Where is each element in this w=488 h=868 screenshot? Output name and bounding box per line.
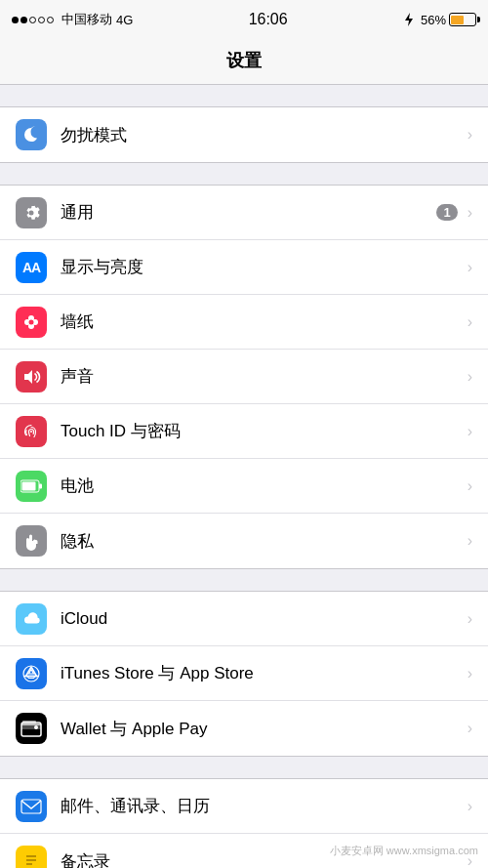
charging-icon bbox=[403, 13, 415, 26]
wallpaper-icon bbox=[16, 307, 47, 338]
icloud-icon bbox=[16, 603, 47, 635]
wallet-icon bbox=[16, 713, 47, 744]
battery-indicator: 56% bbox=[421, 13, 476, 27]
wallpaper-label: 墙纸 bbox=[61, 310, 464, 333]
row-display[interactable]: AA 显示与亮度 › bbox=[0, 240, 488, 295]
svg-point-14 bbox=[34, 725, 38, 729]
signal-dot-2 bbox=[20, 17, 27, 23]
signal-dot-4 bbox=[38, 17, 45, 23]
nav-bar: 设置 bbox=[0, 39, 488, 85]
status-left: 中国移动 4G bbox=[12, 11, 133, 28]
icloud-label: iCloud bbox=[61, 609, 464, 629]
section-dnd-group: 勿扰模式 › bbox=[0, 106, 488, 163]
general-badge: 1 bbox=[436, 204, 457, 221]
section-system: 通用 1 › AA 显示与亮度 › 墙纸 › bbox=[0, 185, 488, 569]
icloud-chevron: › bbox=[468, 610, 472, 628]
battery-percent: 56% bbox=[421, 13, 446, 27]
itunes-chevron: › bbox=[468, 665, 472, 682]
battery-row-icon bbox=[16, 471, 47, 502]
section-apple-group: iCloud › iTunes Store 与 App Store › bbox=[0, 591, 488, 757]
network-type: 4G bbox=[116, 13, 133, 27]
battery-label: 电池 bbox=[61, 475, 464, 497]
svg-point-7 bbox=[30, 431, 32, 433]
hand-svg bbox=[21, 530, 41, 552]
itunes-label: iTunes Store 与 App Store bbox=[61, 662, 464, 684]
privacy-chevron: › bbox=[468, 532, 472, 550]
status-right: 56% bbox=[403, 13, 476, 27]
watermark-text: 小麦安卓网 www.xmsigma.com bbox=[330, 845, 478, 856]
svg-rect-16 bbox=[21, 800, 41, 813]
display-label: 显示与亮度 bbox=[61, 256, 464, 278]
row-wallet[interactable]: Wallet 与 Apple Pay › bbox=[0, 701, 488, 756]
general-icon bbox=[16, 197, 47, 228]
general-label: 通用 bbox=[61, 201, 436, 224]
signal-dot-5 bbox=[47, 17, 54, 23]
svg-marker-6 bbox=[24, 370, 32, 384]
signal-dot-3 bbox=[29, 17, 36, 23]
gear-svg bbox=[21, 203, 41, 223]
watermark: 小麦安卓网 www.xmsigma.com bbox=[330, 844, 478, 858]
privacy-icon bbox=[16, 525, 47, 557]
status-time: 16:06 bbox=[249, 11, 288, 28]
row-wallpaper[interactable]: 墙纸 › bbox=[0, 295, 488, 350]
wallet-chevron: › bbox=[468, 720, 472, 737]
dnd-label: 勿扰模式 bbox=[61, 124, 464, 146]
status-bar: 中国移动 4G 16:06 56% bbox=[0, 0, 488, 39]
flower-svg bbox=[20, 311, 42, 333]
notes-svg bbox=[21, 851, 41, 868]
row-icloud[interactable]: iCloud › bbox=[0, 592, 488, 646]
dnd-icon bbox=[16, 119, 47, 150]
svg-rect-9 bbox=[22, 481, 36, 490]
wallet-label: Wallet 与 Apple Pay bbox=[61, 718, 464, 740]
page-title: 设置 bbox=[226, 51, 262, 70]
speaker-svg bbox=[21, 367, 41, 387]
touchid-label: Touch ID 与密码 bbox=[61, 420, 464, 442]
battery-chevron: › bbox=[468, 477, 472, 495]
mail-chevron: › bbox=[468, 798, 472, 815]
section-dnd: 勿扰模式 › bbox=[0, 106, 488, 163]
battery-icon bbox=[449, 13, 476, 26]
general-chevron: › bbox=[468, 204, 472, 222]
battery-svg bbox=[20, 479, 42, 493]
row-touchid[interactable]: Touch ID 与密码 › bbox=[0, 404, 488, 459]
carrier-label: 中国移动 bbox=[61, 11, 112, 28]
svg-point-5 bbox=[29, 319, 34, 324]
moon-svg bbox=[21, 125, 41, 145]
notes-icon bbox=[16, 846, 47, 868]
touchid-chevron: › bbox=[468, 423, 472, 440]
signal-dot-1 bbox=[12, 17, 19, 23]
mail-svg bbox=[20, 799, 42, 814]
battery-fill bbox=[451, 16, 464, 24]
svg-marker-0 bbox=[405, 13, 413, 26]
row-general[interactable]: 通用 1 › bbox=[0, 186, 488, 240]
row-itunes[interactable]: iTunes Store 与 App Store › bbox=[0, 646, 488, 701]
appstore-svg bbox=[21, 664, 41, 683]
signal-dots bbox=[12, 17, 54, 23]
row-battery[interactable]: 电池 › bbox=[0, 459, 488, 514]
svg-rect-15 bbox=[22, 721, 36, 723]
fingerprint-svg bbox=[21, 422, 41, 441]
wallet-svg bbox=[20, 720, 42, 737]
display-icon: AA bbox=[16, 252, 47, 283]
section-system-group: 通用 1 › AA 显示与亮度 › 墙纸 › bbox=[0, 185, 488, 569]
row-mail[interactable]: 邮件、通讯录、日历 › bbox=[0, 779, 488, 834]
row-sounds[interactable]: 声音 › bbox=[0, 350, 488, 404]
svg-rect-10 bbox=[39, 483, 42, 488]
row-privacy[interactable]: 隐私 › bbox=[0, 514, 488, 568]
itunes-icon bbox=[16, 658, 47, 689]
sounds-label: 声音 bbox=[61, 365, 464, 388]
row-dnd[interactable]: 勿扰模式 › bbox=[0, 107, 488, 162]
mail-label: 邮件、通讯录、日历 bbox=[61, 795, 464, 817]
wallpaper-chevron: › bbox=[468, 313, 472, 331]
dnd-chevron: › bbox=[468, 126, 472, 144]
sounds-icon bbox=[16, 361, 47, 393]
section-apple: iCloud › iTunes Store 与 App Store › bbox=[0, 591, 488, 757]
display-chevron: › bbox=[468, 259, 472, 276]
cloud-svg bbox=[20, 611, 42, 627]
mail-icon bbox=[16, 791, 47, 822]
privacy-label: 隐私 bbox=[61, 530, 464, 553]
sounds-chevron: › bbox=[468, 368, 472, 386]
touchid-icon bbox=[16, 416, 47, 447]
